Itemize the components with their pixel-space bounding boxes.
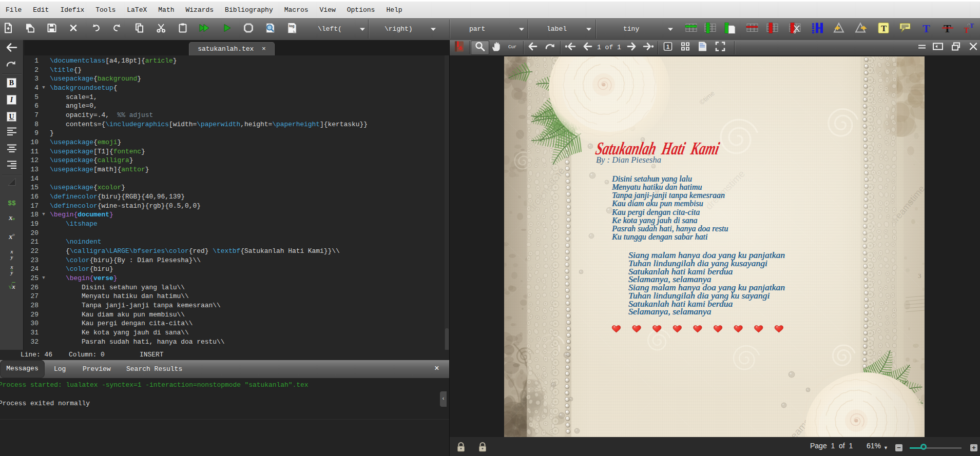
svg-text:T: T <box>881 23 887 33</box>
svg-text:T: T <box>970 22 974 29</box>
svg-text:T: T <box>964 26 969 34</box>
svg-text:T: T <box>923 22 930 34</box>
svg-text:log: log <box>289 24 295 28</box>
svg-text:1: 1 <box>666 44 669 50</box>
